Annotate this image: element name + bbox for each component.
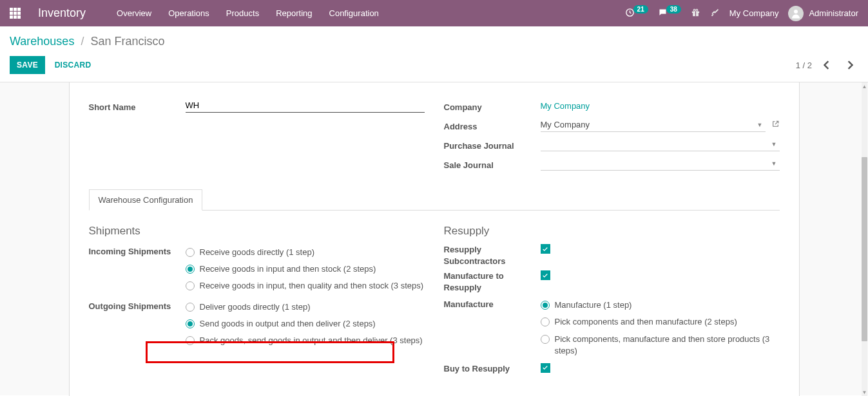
- address-label: Address: [444, 119, 541, 131]
- nav-products[interactable]: Products: [218, 3, 267, 23]
- manuf-opt-1[interactable]: Manufacture (1 step): [541, 297, 780, 314]
- external-link-icon[interactable]: [771, 120, 780, 130]
- buy-resupply-label: Buy to Resupply: [444, 363, 541, 375]
- nav-operations[interactable]: Operations: [160, 3, 217, 23]
- user-menu[interactable]: Administrator: [788, 6, 858, 21]
- nav-configuration[interactable]: Configuration: [322, 3, 387, 23]
- scroll-down-icon[interactable]: ▼: [862, 388, 867, 396]
- radio-icon: [186, 248, 195, 257]
- incoming-opt-3[interactable]: Receive goods in input, then quality and…: [186, 278, 425, 294]
- sheet-background: Short Name Company My Company Address: [0, 82, 868, 395]
- pager-prev[interactable]: [818, 57, 835, 73]
- caret-down-icon: ▼: [771, 160, 780, 167]
- app-brand[interactable]: Inventory: [38, 6, 86, 20]
- incoming-opt-2[interactable]: Receive goods in input and then stock (2…: [186, 261, 425, 278]
- manuf-resupply-label: Manufacture to Resupply: [444, 270, 541, 293]
- notebook-tabs: Warehouse Configuration: [89, 189, 780, 211]
- radio-icon: [186, 265, 195, 274]
- svg-rect-3: [695, 11, 696, 16]
- incoming-shipments-label: Incoming Shipments: [89, 244, 186, 256]
- nav-overview[interactable]: Overview: [109, 3, 159, 23]
- company-selector[interactable]: My Company: [729, 8, 779, 18]
- address-select[interactable]: My Company ▼: [541, 118, 766, 132]
- avatar-icon: [788, 6, 804, 21]
- breadcrumb-current: San Francisco: [90, 35, 164, 48]
- purchase-journal-select[interactable]: ▼: [541, 137, 780, 151]
- svg-point-6: [794, 10, 798, 14]
- manuf-opt-2[interactable]: Pick components and then manufacture (2 …: [541, 314, 780, 330]
- tab-warehouse-config[interactable]: Warehouse Configuration: [89, 189, 203, 211]
- short-name-label: Short Name: [89, 100, 186, 112]
- svg-point-5: [696, 9, 698, 11]
- resupply-sub-checkbox[interactable]: [541, 244, 550, 254]
- apps-icon[interactable]: [10, 8, 24, 19]
- outgoing-shipments-label: Outgoing Shipments: [89, 299, 186, 311]
- caret-down-icon: ▼: [757, 122, 766, 128]
- manuf-resupply-checkbox[interactable]: [541, 270, 550, 280]
- activity-badge[interactable]: 21: [625, 8, 648, 19]
- radio-icon: [541, 301, 550, 310]
- resupply-sub-label: Resupply Subcontractors: [444, 244, 541, 267]
- gift-icon[interactable]: [691, 8, 700, 19]
- section-shipments: Shipments: [89, 225, 425, 238]
- radio-icon: [186, 319, 195, 328]
- outgoing-opt-1[interactable]: Deliver goods directly (1 step): [186, 299, 425, 316]
- tools-icon[interactable]: [710, 8, 720, 19]
- radio-icon: [186, 303, 195, 312]
- manufacture-label: Manufacture: [444, 297, 541, 309]
- radio-icon: [541, 317, 550, 326]
- section-resupply: Resupply: [444, 225, 780, 238]
- purchase-journal-label: Purchase Journal: [444, 138, 541, 151]
- pager: 1 / 2: [796, 57, 858, 73]
- breadcrumb: Warehouses / San Francisco: [10, 35, 858, 48]
- company-label: Company: [444, 100, 541, 112]
- discuss-badge[interactable]: 38: [658, 8, 681, 19]
- vertical-scrollbar[interactable]: ▲ ▼: [862, 82, 867, 396]
- breadcrumb-root[interactable]: Warehouses: [10, 35, 74, 48]
- control-panel: Warehouses / San Francisco SAVE DISCARD …: [0, 26, 868, 82]
- company-link[interactable]: My Company: [541, 101, 590, 111]
- outgoing-opt-2[interactable]: Send goods in output and then deliver (2…: [186, 316, 425, 332]
- nav-reporting[interactable]: Reporting: [268, 3, 320, 23]
- scroll-up-icon[interactable]: ▲: [862, 82, 867, 90]
- scroll-thumb[interactable]: [862, 157, 867, 341]
- sale-journal-select[interactable]: ▼: [541, 156, 780, 171]
- manuf-opt-3[interactable]: Pick components, manufacture and then st…: [541, 331, 780, 359]
- nav-menu: Overview Operations Products Reporting C…: [109, 3, 387, 23]
- svg-point-4: [693, 9, 695, 11]
- incoming-opt-1[interactable]: Receive goods directly (1 step): [186, 244, 425, 261]
- pager-next[interactable]: [842, 57, 858, 73]
- top-navbar: Inventory Overview Operations Products R…: [0, 0, 868, 26]
- caret-down-icon: ▼: [771, 141, 780, 147]
- highlight-annotation: [146, 341, 394, 363]
- save-button[interactable]: SAVE: [10, 56, 45, 74]
- radio-icon: [541, 335, 550, 344]
- discard-button[interactable]: DISCARD: [48, 56, 99, 74]
- sale-journal-label: Sale Journal: [444, 158, 541, 170]
- short-name-input[interactable]: [186, 99, 425, 113]
- pager-text: 1 / 2: [796, 61, 812, 70]
- buy-resupply-checkbox[interactable]: [541, 363, 550, 373]
- radio-icon: [186, 281, 195, 290]
